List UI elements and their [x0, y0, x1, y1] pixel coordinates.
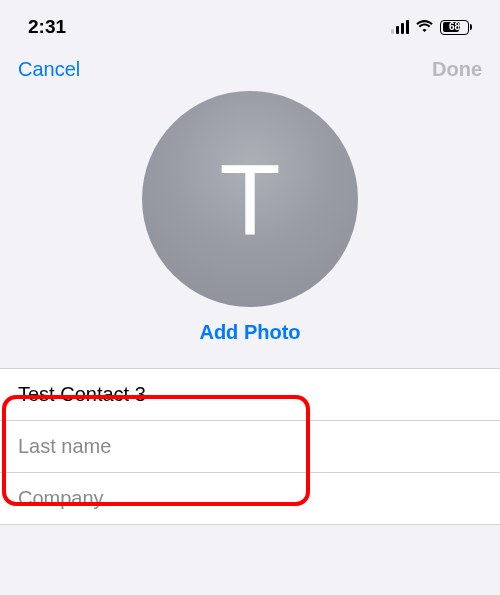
company-row — [0, 473, 500, 524]
first-name-row — [0, 369, 500, 421]
nav-bar: Cancel Done — [0, 48, 500, 87]
first-name-input[interactable] — [18, 383, 482, 406]
photo-section: T Add Photo — [0, 87, 500, 368]
done-button[interactable]: Done — [432, 58, 482, 81]
last-name-input[interactable] — [18, 435, 482, 458]
add-photo-button[interactable]: Add Photo — [199, 321, 300, 344]
avatar-initial: T — [219, 149, 280, 249]
wifi-icon — [415, 20, 434, 34]
cancel-button[interactable]: Cancel — [18, 58, 80, 81]
status-indicators: 68 — [391, 20, 473, 35]
status-bar: 2:31 68 — [0, 0, 500, 48]
contact-avatar[interactable]: T — [142, 91, 358, 307]
last-name-row — [0, 421, 500, 473]
battery-percent: 68 — [441, 21, 468, 32]
cellular-icon — [391, 21, 410, 34]
status-time: 2:31 — [28, 16, 66, 38]
battery-icon: 68 — [440, 20, 472, 35]
contact-form — [0, 368, 500, 525]
company-input[interactable] — [18, 487, 482, 510]
